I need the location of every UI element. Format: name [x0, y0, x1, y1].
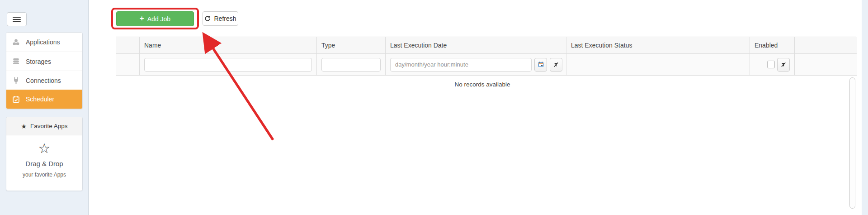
favorite-apps-header[interactable]: ★ Favorite Apps: [6, 117, 82, 135]
database-icon: [12, 57, 20, 65]
column-header-blank: [116, 37, 140, 53]
filter-cell-name: [140, 54, 317, 75]
star-outline-icon: ☆: [6, 141, 82, 156]
jobs-grid: Name Type Last Execution Date Last Execu…: [116, 37, 856, 215]
column-header-last-execution-status[interactable]: Last Execution Status: [566, 37, 750, 53]
star-filled-icon: ★: [21, 123, 27, 129]
vertical-scrollbar-thumb[interactable]: [849, 77, 855, 209]
sidebar-item-label: Storages: [26, 58, 51, 65]
main-content: + Add Job Refresh Name Type Last Executi…: [89, 0, 862, 215]
type-filter-input[interactable]: [321, 58, 381, 72]
filter-clear-icon: [780, 62, 787, 68]
calendar-icon: [538, 61, 544, 68]
date-filter-widget: [390, 58, 561, 72]
refresh-icon: [204, 15, 211, 22]
sidebar: Applications Storages Connections Schedu…: [0, 0, 89, 215]
grid-filter-row: [116, 54, 857, 76]
menu-toggle-button[interactable]: [7, 12, 27, 26]
filter-clear-icon: [553, 62, 559, 68]
sidebar-item-applications[interactable]: Applications: [6, 33, 82, 52]
filter-cell-blank: [116, 54, 140, 75]
calendar-check-icon: [12, 96, 20, 103]
enabled-filter-checkbox[interactable]: [767, 61, 775, 68]
enabled-filter-clear-button[interactable]: [777, 58, 790, 72]
plug-icon: [12, 76, 20, 84]
grid-header-row: Name Type Last Execution Date Last Execu…: [116, 37, 857, 54]
sidebar-item-scheduler[interactable]: Scheduler: [6, 90, 82, 109]
sidebar-item-label: Applications: [26, 38, 60, 46]
refresh-button[interactable]: Refresh: [203, 11, 238, 26]
sidebar-menu: Applications Storages Connections Schedu…: [6, 32, 83, 109]
name-filter-input[interactable]: [144, 58, 312, 72]
date-picker-button[interactable]: [534, 58, 547, 72]
add-job-button[interactable]: + Add Job: [116, 11, 194, 26]
favorite-apps-panel: ★ Favorite Apps ☆ Drag & Drop your favor…: [6, 117, 83, 191]
drop-zone-subtitle: your favorite Apps: [6, 172, 82, 178]
favorite-apps-title: Favorite Apps: [30, 123, 68, 129]
sidebar-item-label: Connections: [26, 77, 61, 84]
empty-message: No records available: [116, 81, 849, 88]
column-header-enabled[interactable]: Enabled: [750, 37, 795, 53]
filter-cell-date: [386, 54, 566, 75]
filter-cell-trailing: [795, 54, 849, 75]
date-filter-clear-button[interactable]: [550, 58, 562, 72]
apps-grid-icon: [12, 38, 20, 46]
column-header-type[interactable]: Type: [317, 37, 386, 53]
sidebar-item-label: Scheduler: [26, 96, 54, 103]
date-filter-input[interactable]: [390, 58, 532, 72]
sidebar-item-connections[interactable]: Connections: [6, 71, 82, 90]
add-job-label: Add Job: [147, 15, 170, 23]
grid-body: No records available: [116, 76, 856, 215]
refresh-label: Refresh: [214, 15, 236, 22]
filter-cell-type: [317, 54, 386, 75]
column-header-name[interactable]: Name: [140, 37, 317, 53]
favorite-apps-drop-zone[interactable]: ☆ Drag & Drop your favorite Apps: [6, 135, 82, 178]
plus-icon: +: [140, 14, 144, 22]
sidebar-item-storages[interactable]: Storages: [6, 52, 82, 71]
filter-cell-status: [566, 54, 750, 75]
hamburger-icon: [13, 15, 21, 24]
column-header-last-execution-date[interactable]: Last Execution Date: [386, 37, 566, 53]
drop-zone-title: Drag & Drop: [6, 160, 82, 167]
filter-cell-enabled: [750, 54, 795, 75]
column-header-trailing: [795, 37, 849, 53]
